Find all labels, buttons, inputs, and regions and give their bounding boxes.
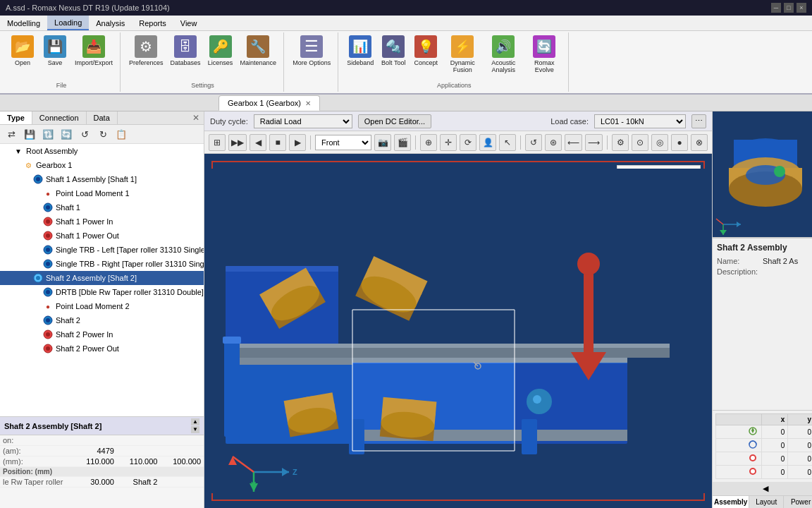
tree-item-shaft1-power-in[interactable]: Shaft 1 Power In	[0, 214, 204, 229]
tree-item-shaft1[interactable]: Shaft 1	[0, 200, 204, 214]
rotate3d-button[interactable]: ↺	[525, 134, 542, 151]
settings4-button[interactable]: ●	[671, 134, 688, 151]
panel-tool-save[interactable]: 💾	[21, 126, 38, 142]
rp-desc-label: Description:	[717, 267, 758, 276]
camera-button[interactable]: 📷	[374, 134, 391, 151]
maximize-button[interactable]: □	[784, 3, 794, 13]
tree-item-point-load-moment1[interactable]: ● Point Load Moment 1	[0, 186, 204, 200]
menu-analysis[interactable]: Analysis	[89, 16, 132, 30]
more-options-icon: ☰	[300, 35, 323, 58]
cursor-button[interactable]: ↖	[499, 134, 516, 151]
panel-tab-data[interactable]: Data	[87, 111, 118, 124]
tree-item-shaft2-assembly[interactable]: Shaft 2 Assembly [Shaft 2]	[0, 271, 204, 285]
panel-tool-table[interactable]: 📋	[113, 126, 130, 142]
panel-tab-connection[interactable]: Connection	[32, 111, 87, 124]
open-dc-editor-button[interactable]: Open DC Editor...	[358, 114, 431, 128]
panel-tool-refresh3[interactable]: ↺	[76, 126, 93, 142]
tree-item-single-trb-right[interactable]: Single TRB - Right [Taper roller 31310 S…	[0, 257, 204, 271]
tree-item-shaft1-assembly[interactable]: Shaft 1 Assembly [Shaft 1]	[0, 172, 204, 186]
minimize-button[interactable]: ─	[771, 3, 781, 13]
prop-val3: 100.000	[160, 456, 204, 467]
menu-view[interactable]: View	[173, 16, 204, 30]
ribbon-btn-sideband[interactable]: 📊 Sideband	[344, 34, 376, 68]
stop-button[interactable]: ■	[269, 134, 286, 151]
tab-gearbox1-close[interactable]: ✕	[305, 99, 311, 107]
power-out2-icon	[42, 343, 54, 354]
rp-tab-layout[interactable]: Layout	[749, 496, 784, 508]
ribbon-btn-maintenance[interactable]: 🔧 Maintenance	[238, 34, 280, 68]
tree-item-point-load-moment2[interactable]: ● Point Load Moment 2	[0, 299, 204, 313]
svg-point-19	[46, 332, 50, 337]
tree-item-shaft1-power-out[interactable]: Shaft 1 Power Out	[0, 229, 204, 243]
prop-label: le Rw Taper roller	[0, 477, 73, 488]
settings2-button[interactable]: ⊙	[632, 134, 648, 151]
tree-view[interactable]: ▼ Root Assembly ⚙ Gearbox 1 Shaft 1 Asse…	[0, 144, 204, 416]
tree-item-shaft2[interactable]: Shaft 2	[0, 313, 204, 327]
svg-point-3	[46, 205, 50, 210]
prev-frame-button[interactable]: ◀	[250, 134, 266, 151]
ribbon-group-settings: ⚙ Preferences 🗄 Databases 🔑 Licenses 🔧 M…	[122, 32, 284, 92]
ribbon-btn-import-export[interactable]: 📥 Import/Export	[72, 34, 116, 68]
settings3-button[interactable]: ◎	[651, 134, 668, 151]
tool1-button[interactable]: ⟵	[565, 134, 582, 151]
svg-point-17	[46, 318, 50, 322]
ribbon-btn-more-options[interactable]: ☰ More Options	[290, 34, 333, 68]
next-frame-button[interactable]: ▶	[289, 134, 306, 151]
film-button[interactable]: 🎬	[394, 134, 411, 151]
load-case-select[interactable]: LC01 - 10kN	[594, 114, 686, 128]
person-button[interactable]: 👤	[479, 134, 496, 151]
load-case-extra-button[interactable]: ⋯	[691, 114, 706, 128]
panel-tool-refresh2[interactable]: 🔄	[58, 126, 75, 142]
prop-row: le Rw Taper roller 30.000 Shaft 2	[0, 477, 204, 488]
view-select[interactable]: Front Back Top Iso	[315, 135, 371, 150]
panel-tool-arrows[interactable]: ⇄	[3, 126, 20, 142]
tree-item-single-trb-left[interactable]: Single TRB - Left [Taper roller 31310 Si…	[0, 243, 204, 257]
ribbon-btn-dynamic-fusion[interactable]: ⚡ Dynamic Fusion	[443, 34, 482, 75]
prop-scroll-down[interactable]: ▼	[191, 426, 199, 433]
svg-rect-55	[224, 338, 240, 437]
grid-view-button[interactable]: ⊞	[209, 134, 226, 151]
tree-item-shaft2-power-out[interactable]: Shaft 2 Power Out	[0, 341, 204, 356]
tree-expand-icon: ▼	[13, 145, 24, 157]
tree-item-gearbox1[interactable]: ⚙ Gearbox 1	[0, 158, 204, 172]
svg-rect-57	[349, 419, 364, 454]
ribbon-btn-bolt-tool[interactable]: 🔩 Bolt Tool	[378, 34, 409, 68]
ribbon-btn-save[interactable]: 💾 Save	[39, 34, 70, 68]
right-panel-scroll[interactable]: ◀	[713, 482, 812, 495]
duty-cycle-select[interactable]: Radial Load	[254, 114, 352, 128]
rp-tab-power[interactable]: Power	[784, 496, 812, 508]
crosshair-button[interactable]: ⊕	[420, 134, 437, 151]
play-button[interactable]: ▶▶	[228, 134, 247, 151]
settings5-button[interactable]: ⊗	[691, 134, 708, 151]
panel-tab-type[interactable]: Type	[0, 111, 32, 124]
rp-tab-assembly[interactable]: Assembly	[713, 496, 749, 508]
ribbon-btn-databases[interactable]: 🗄 Databases	[168, 34, 204, 68]
ribbon-btn-licenses[interactable]: 🔑 Licenses	[205, 34, 236, 68]
settings1-button[interactable]: ⚙	[612, 134, 629, 151]
ribbon-btn-evolve[interactable]: 🔄 Romax Evolve	[524, 34, 564, 75]
panel-close-button[interactable]: ✕	[188, 111, 204, 124]
shaft2-assembly-icon	[32, 272, 44, 284]
ribbon-btn-concept[interactable]: 💡 Concept	[410, 34, 441, 68]
tool2-button[interactable]: ⟶	[585, 134, 603, 151]
menu-reports[interactable]: Reports	[132, 16, 173, 30]
prop-scroll-up[interactable]: ▲	[191, 418, 199, 425]
ribbon-btn-acoustic[interactable]: 🔊 Acoustic Analysis	[484, 34, 523, 75]
panel-tool-refresh4[interactable]: ↻	[94, 126, 111, 142]
tree-item-drtb[interactable]: DRTB [Dble Rw Taper roller 31310 Double]	[0, 285, 204, 299]
menu-loading[interactable]: Loading	[47, 16, 89, 30]
rotate-button[interactable]: ⟳	[460, 134, 476, 151]
ribbon-btn-open[interactable]: 📂 Open	[7, 34, 38, 68]
move-button[interactable]: ✛	[440, 134, 457, 151]
tree-item-shaft2-power-in[interactable]: Shaft 2 Power In	[0, 327, 204, 341]
tab-gearbox1[interactable]: Gearbox 1 (Gearbox) ✕	[219, 95, 320, 111]
panel-tool-refresh1[interactable]: 🔃	[39, 126, 56, 142]
viewport-canvas[interactable]: R ROMAX TECHNOLOGY	[204, 154, 712, 508]
gizmo-button[interactable]: ⊛	[545, 134, 562, 151]
prop-scroll-control[interactable]: ▲ ▼	[191, 418, 199, 433]
menu-modelling[interactable]: Modelling	[0, 16, 47, 30]
tree-item-root-assembly[interactable]: ▼ Root Assembly	[0, 144, 204, 158]
close-button[interactable]: ×	[796, 3, 806, 13]
ribbon-btn-preferences[interactable]: ⚙ Preferences	[126, 34, 166, 68]
viewport-toolbar: ⊞ ▶▶ ◀ ■ ▶ Front Back Top Iso 📷 🎬 ⊕ ✛ ⟳ …	[204, 131, 712, 154]
